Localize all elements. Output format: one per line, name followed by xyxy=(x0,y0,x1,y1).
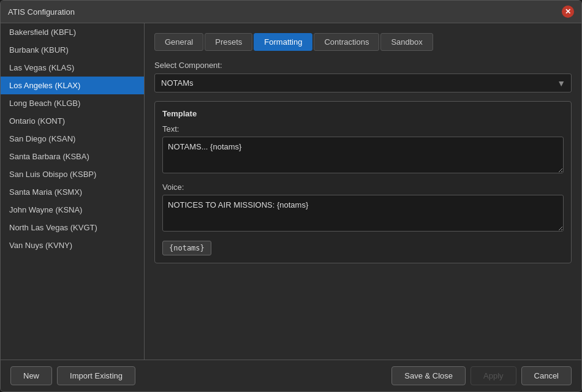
footer-left: New Import Existing xyxy=(10,366,135,385)
sidebar-item-burbank[interactable]: Burbank (KBUR) xyxy=(1,41,144,59)
tab-sandbox[interactable]: Sandbox xyxy=(380,33,433,51)
select-component-label: Select Component: xyxy=(154,61,572,70)
footer-right: Save & Close Apply Cancel xyxy=(391,366,572,385)
new-button[interactable]: New xyxy=(10,366,52,385)
text-field-label: Text: xyxy=(162,124,564,134)
close-button[interactable]: ✕ xyxy=(562,6,574,18)
tab-contractions[interactable]: Contractions xyxy=(314,33,379,51)
token-button[interactable]: {notams} xyxy=(162,241,211,255)
cancel-button[interactable]: Cancel xyxy=(521,366,572,385)
sidebar-item-ontario[interactable]: Ontario (KONT) xyxy=(1,112,144,130)
tabs-container: GeneralPresetsFormattingContractionsSand… xyxy=(154,33,572,51)
template-box: Template Text: Voice: {notams} xyxy=(154,101,572,263)
tab-formatting[interactable]: Formatting xyxy=(254,33,312,51)
voice-textarea[interactable] xyxy=(162,195,564,232)
window-title: ATIS Configuration xyxy=(8,7,75,17)
voice-field-label: Voice: xyxy=(162,183,564,192)
sidebar-item-las-vegas[interactable]: Las Vegas (KLAS) xyxy=(1,59,144,77)
template-title: Template xyxy=(162,109,564,118)
sidebar-item-santa-barbara[interactable]: Santa Barbara (KSBA) xyxy=(1,148,144,165)
tab-presets[interactable]: Presets xyxy=(205,33,252,51)
component-section: Select Component: NOTAMsWeatherATISRunwa… xyxy=(154,61,572,92)
sidebar-item-bakersfield[interactable]: Bakersfield (KBFL) xyxy=(1,23,144,41)
sidebar-item-san-diego[interactable]: San Diego (KSAN) xyxy=(1,130,144,148)
import-button[interactable]: Import Existing xyxy=(57,366,135,385)
main-window: ATIS Configuration ✕ Bakersfield (KBFL)B… xyxy=(0,0,582,392)
title-bar: ATIS Configuration ✕ xyxy=(1,1,581,23)
main-content: Bakersfield (KBFL)Burbank (KBUR)Las Vega… xyxy=(1,23,581,360)
sidebar: Bakersfield (KBFL)Burbank (KBUR)Las Vega… xyxy=(1,23,145,360)
save-close-button[interactable]: Save & Close xyxy=(391,366,466,385)
sidebar-item-santa-maria[interactable]: Santa Maria (KSMX) xyxy=(1,183,144,201)
content-area: GeneralPresetsFormattingContractionsSand… xyxy=(145,23,581,360)
tab-general[interactable]: General xyxy=(154,33,203,51)
sidebar-item-north-las-vegas[interactable]: North Las Vegas (KVGT) xyxy=(1,219,144,236)
text-textarea[interactable] xyxy=(162,137,564,173)
component-select-wrapper: NOTAMsWeatherATISRunwayWinds ▼ xyxy=(154,74,572,92)
apply-button: Apply xyxy=(471,366,516,385)
sidebar-item-van-nuys[interactable]: Van Nuys (KVNY) xyxy=(1,236,144,254)
footer: New Import Existing Save & Close Apply C… xyxy=(1,360,581,391)
sidebar-item-san-luis-obispo[interactable]: San Luis Obispo (KSBP) xyxy=(1,165,144,183)
sidebar-item-los-angeles[interactable]: Los Angeles (KLAX) xyxy=(1,77,144,94)
sidebar-item-long-beach[interactable]: Long Beach (KLGB) xyxy=(1,94,144,112)
component-select[interactable]: NOTAMsWeatherATISRunwayWinds xyxy=(154,74,572,92)
sidebar-item-john-wayne[interactable]: John Wayne (KSNA) xyxy=(1,201,144,219)
